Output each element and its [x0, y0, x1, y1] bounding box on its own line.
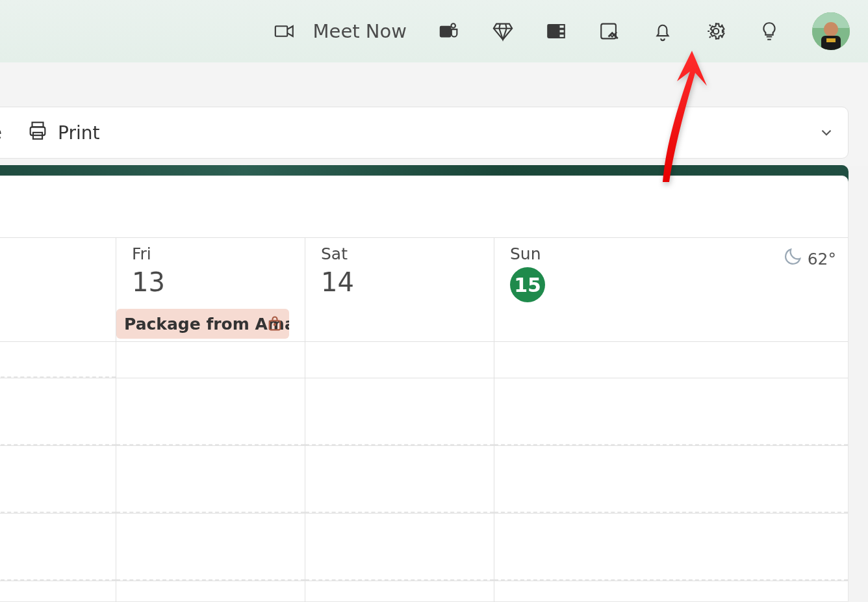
svg-text:N: N	[550, 27, 557, 36]
command-bar-expand[interactable]	[818, 124, 835, 141]
meet-now-label: Meet Now	[313, 20, 407, 42]
day-number: 14	[321, 267, 478, 297]
moon-icon	[782, 246, 804, 272]
teams-icon[interactable]: T	[434, 16, 465, 47]
lightbulb-icon[interactable]	[754, 16, 785, 47]
svg-point-20	[274, 324, 275, 325]
svg-rect-0	[275, 26, 287, 36]
printer-icon	[27, 120, 49, 146]
svg-point-10	[713, 29, 719, 34]
partial-day-column[interactable]	[0, 237, 116, 341]
grid-row[interactable]	[0, 378, 848, 445]
weather-temp: 62°	[808, 250, 836, 268]
chevron-down-icon	[818, 131, 835, 144]
calendar-event[interactable]: Package from Ama	[116, 309, 289, 339]
svg-rect-14	[821, 36, 841, 50]
svg-point-13	[824, 22, 838, 36]
svg-rect-7	[559, 29, 565, 33]
app-header: Meet Now T N	[0, 0, 868, 62]
grid-row[interactable]	[0, 581, 848, 602]
print-label: Print	[58, 122, 99, 144]
day-name: Sat	[321, 244, 478, 263]
weather-badge[interactable]: 62°	[782, 246, 836, 272]
day-column-sat[interactable]: Sat 14	[305, 237, 494, 341]
day-header-row: Fri 13 Package from Ama Sat 14 Sun 15	[0, 237, 848, 341]
todo-icon[interactable]	[594, 16, 625, 47]
profile-avatar[interactable]	[812, 12, 850, 50]
day-name: Fri	[132, 244, 289, 263]
grid-row[interactable]	[0, 341, 848, 378]
onenote-icon[interactable]: N	[541, 16, 572, 47]
premium-diamond-icon[interactable]	[487, 16, 518, 47]
svg-rect-8	[559, 34, 565, 38]
grid-row[interactable]	[0, 513, 848, 581]
day-number-today: 15	[510, 267, 545, 302]
day-column-fri[interactable]: Fri 13 Package from Ama	[116, 237, 305, 341]
day-column-sun[interactable]: Sun 15 62°	[494, 237, 848, 341]
package-icon	[266, 315, 284, 333]
gear-icon[interactable]	[700, 16, 732, 47]
meet-now-button[interactable]: Meet Now	[269, 16, 407, 47]
svg-rect-15	[826, 38, 836, 42]
partial-prev-button[interactable]: e	[0, 122, 2, 144]
svg-rect-16	[32, 122, 44, 127]
day-number: 13	[132, 267, 289, 297]
svg-text:T: T	[442, 27, 448, 36]
bell-icon[interactable]	[647, 16, 678, 47]
event-title: Package from Ama	[124, 315, 289, 334]
toolbar-area: e Print	[0, 62, 868, 166]
video-icon	[269, 16, 300, 47]
svg-point-3	[451, 23, 455, 28]
grid-row[interactable]	[0, 445, 848, 513]
command-bar: e Print	[0, 107, 849, 159]
print-button[interactable]: Print	[27, 120, 99, 146]
svg-rect-6	[559, 25, 565, 29]
time-grid	[0, 341, 848, 601]
calendar-surface: Fri 13 Package from Ama Sat 14 Sun 15	[0, 176, 849, 602]
